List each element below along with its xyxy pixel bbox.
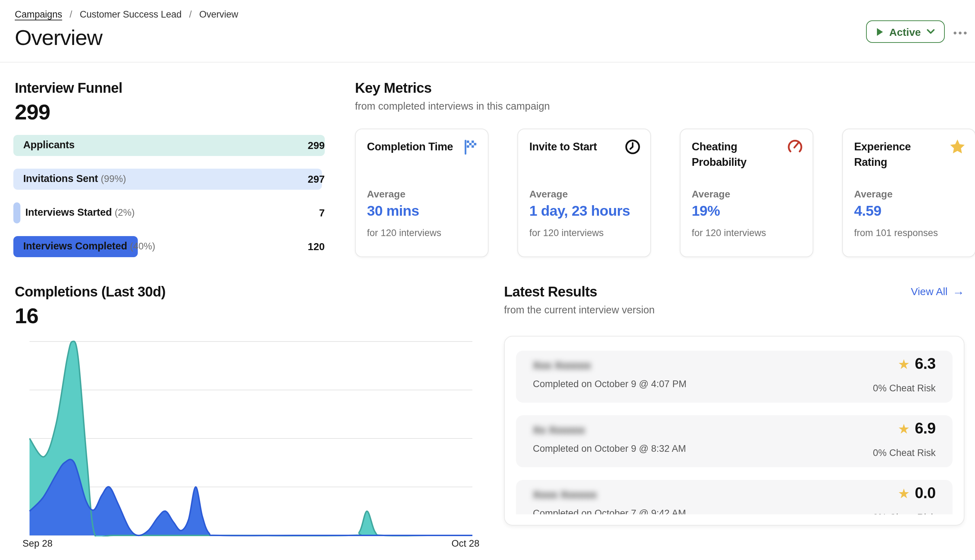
star-icon [949, 138, 966, 155]
metric-title: Completion Time [367, 139, 457, 155]
completion-date: Completed on October 7 @ 9:42 AM [533, 508, 686, 514]
more-options-button[interactable]: ••• [953, 27, 969, 38]
status-button-label: Active [889, 26, 921, 38]
chevron-down-icon [927, 29, 935, 35]
latest-results-card: Xxx Xxxxxx Completed on October 9 @ 4:07… [504, 336, 965, 525]
completions-total: 16 [15, 303, 38, 329]
checkered-flag-icon [462, 138, 479, 155]
breadcrumb-separator: / [70, 9, 72, 20]
funnel-bar-label: Interviews Started(2%) [25, 207, 135, 218]
play-icon [876, 27, 883, 36]
metric-card-invite-to-start: Invite to Start Average 1 day, 23 hours … [518, 128, 651, 257]
metric-title: Cheating Probability [692, 139, 782, 171]
funnel-bar-value: 299 [308, 140, 325, 151]
breadcrumb-campaign-name[interactable]: Customer Success Lead [80, 9, 182, 20]
result-score: 6.9 [915, 420, 936, 438]
funnel-bar-value: 7 [319, 207, 325, 218]
metric-title: Invite to Start [529, 139, 619, 155]
campaign-overview-page: Campaigns / Customer Success Lead / Over… [0, 0, 975, 560]
completion-date: Completed on October 9 @ 8:32 AM [533, 443, 686, 454]
page-header: Campaigns / Customer Success Lead / Over… [0, 0, 975, 63]
metric-title: Experience Rating [854, 139, 944, 171]
result-score: 0.0 [915, 484, 936, 502]
arrow-right-icon: → [953, 285, 965, 297]
funnel-bar-value: 297 [308, 173, 325, 185]
key-metrics-subtitle: from completed interviews in this campai… [355, 100, 550, 112]
breadcrumb-current: Overview [199, 9, 238, 20]
candidate-name-blurred: Xx Xxxxxx [533, 424, 585, 436]
candidate-name-blurred: Xxx Xxxxxx [533, 359, 591, 371]
metric-card-cheating-probability: Cheating Probability Average 19% for 120… [680, 128, 813, 257]
key-metrics-title: Key Metrics [355, 80, 432, 96]
funnel-bar-label: Applicants [23, 139, 77, 150]
metric-caption: for 120 interviews [529, 228, 604, 238]
funnel-bar-label: Interviews Completed(40%) [23, 240, 155, 252]
funnel-bar-value: 120 [308, 241, 325, 252]
star-icon: ★ [898, 420, 910, 437]
cheat-risk-label: 0% Cheat Risk [873, 448, 936, 458]
funnel-total: 299 [15, 100, 50, 125]
star-icon: ★ [898, 485, 910, 501]
metric-value: 4.59 [854, 202, 881, 219]
latest-results-title: Latest Results [504, 284, 597, 300]
funnel-title: Interview Funnel [15, 80, 122, 96]
funnel-bar-interviews-started [13, 202, 20, 223]
metric-average-label: Average [854, 188, 893, 200]
metric-caption: for 120 interviews [692, 228, 766, 238]
view-all-link[interactable]: View All → [911, 285, 965, 297]
completions-primary-area [30, 460, 472, 536]
metric-average-label: Average [367, 188, 406, 200]
metric-caption: from 101 responses [854, 228, 938, 238]
candidate-name-blurred: Xxxx Xxxxxx [533, 488, 597, 500]
view-all-label: View All [911, 285, 948, 297]
metric-card-experience-rating: Experience Rating Average 4.59 from 101 … [842, 128, 975, 257]
x-axis-start-label: Sep 28 [22, 538, 53, 549]
metric-caption: for 120 interviews [367, 228, 441, 238]
result-row[interactable]: Xxxx Xxxxxx Completed on October 7 @ 9:4… [516, 480, 953, 514]
results-rows-viewport: Xxx Xxxxxx Completed on October 9 @ 4:07… [516, 351, 953, 514]
cheat-risk-label: 0% Cheat Risk [873, 512, 936, 514]
breadcrumb: Campaigns / Customer Success Lead / Over… [15, 9, 238, 20]
star-icon: ★ [898, 356, 910, 372]
metric-card-completion-time: Completion Time Average 30 mins for 120 … [355, 128, 489, 257]
metric-value: 1 day, 23 hours [529, 202, 630, 219]
funnel-bar-label: Invitations Sent(99%) [23, 173, 126, 184]
metric-value: 30 mins [367, 202, 419, 219]
page-title: Overview [15, 25, 102, 51]
completions-title: Completions (Last 30d) [15, 284, 165, 300]
completion-date: Completed on October 9 @ 4:07 PM [533, 379, 686, 389]
breadcrumb-campaigns-link[interactable]: Campaigns [15, 9, 62, 20]
clock-icon [624, 138, 641, 155]
result-row[interactable]: Xxx Xxxxxx Completed on October 9 @ 4:07… [516, 351, 953, 403]
metric-value: 19% [692, 202, 720, 219]
metric-average-label: Average [529, 188, 568, 200]
x-axis-end-label: Oct 28 [439, 538, 479, 549]
completions-area-chart [21, 337, 485, 548]
metric-average-label: Average [692, 188, 730, 200]
result-row[interactable]: Xx Xxxxxx Completed on October 9 @ 8:32 … [516, 415, 953, 467]
cheat-risk-label: 0% Cheat Risk [873, 383, 936, 393]
result-score: 6.3 [915, 355, 936, 373]
breadcrumb-separator: / [189, 9, 192, 20]
campaign-status-button[interactable]: Active [866, 20, 945, 43]
gauge-icon [786, 138, 803, 155]
latest-results-subtitle: from the current interview version [504, 304, 655, 315]
